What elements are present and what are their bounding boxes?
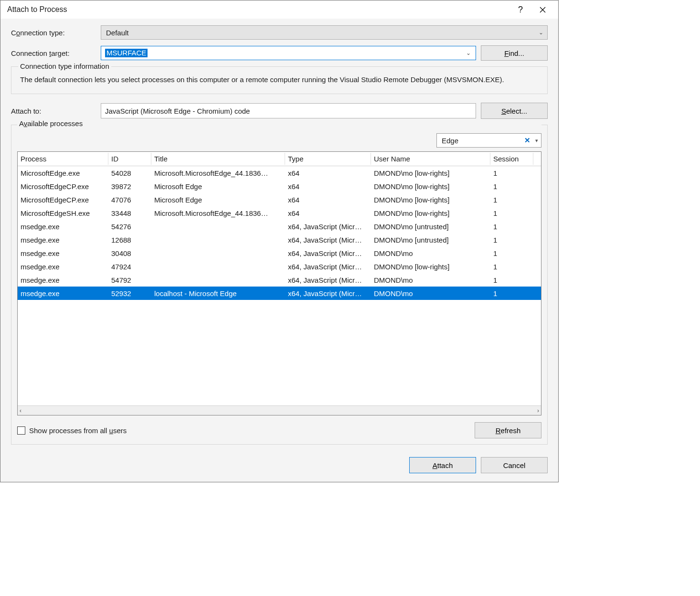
titlebar: Attach to Process ?: [0, 0, 558, 19]
dialog-content: Connection type: Default ⌄ Connection ta…: [0, 19, 558, 482]
cancel-button[interactable]: Cancel: [481, 457, 548, 473]
table-row[interactable]: msedge.exe52932localhost - Microsoft Edg…: [18, 287, 541, 300]
connection-target-value: MSURFACE: [105, 49, 148, 57]
chevron-down-icon: ⌄: [539, 29, 543, 36]
scroll-left-icon[interactable]: ‹: [20, 407, 21, 414]
attach-to-label: Attach to:: [11, 107, 96, 115]
col-type[interactable]: Type: [285, 153, 371, 165]
col-session[interactable]: Session: [490, 153, 533, 165]
connection-type-label: Connection type:: [11, 29, 96, 37]
attach-button[interactable]: Attach: [409, 457, 476, 473]
checkbox-box-icon: [17, 426, 25, 435]
select-button[interactable]: Select...: [481, 103, 548, 119]
attach-to-field: JavaScript (Microsoft Edge - Chromium) c…: [101, 103, 476, 118]
connection-info-legend: Connection type information: [18, 62, 111, 70]
col-user[interactable]: User Name: [371, 153, 490, 165]
dialog-title: Attach to Process: [7, 5, 509, 14]
find-button[interactable]: Find...: [481, 45, 548, 61]
connection-type-value: Default: [106, 29, 129, 37]
help-button[interactable]: ?: [509, 2, 531, 17]
horizontal-scrollbar[interactable]: ‹ ›: [18, 405, 541, 415]
table-row[interactable]: MicrosoftEdgeSH.exe33448Microsoft.Micros…: [18, 206, 541, 220]
table-row[interactable]: msedge.exe12688x64, JavaScript (Micr…DMO…: [18, 233, 541, 246]
close-icon: [540, 7, 546, 13]
table-row[interactable]: msedge.exe54276x64, JavaScript (Micr…DMO…: [18, 220, 541, 233]
table-row[interactable]: MicrosoftEdgeCP.exe47076Microsoft Edgex6…: [18, 193, 541, 206]
show-all-users-checkbox[interactable]: Show processes from all users: [17, 426, 127, 435]
table-row[interactable]: msedge.exe30408x64, JavaScript (Micr…DMO…: [18, 246, 541, 260]
table-body: MicrosoftEdge.exe54028Microsoft.Microsof…: [18, 166, 541, 405]
attach-to-value: JavaScript (Microsoft Edge - Chromium) c…: [105, 107, 250, 115]
col-id[interactable]: ID: [108, 153, 151, 165]
process-table[interactable]: Process ID Title Type User Name Session …: [17, 151, 541, 415]
chevron-down-icon: ⌄: [466, 50, 473, 56]
col-process[interactable]: Process: [18, 153, 108, 165]
available-processes-group: Available processes Edge ✕ ▾ Process ID …: [11, 125, 548, 445]
refresh-button[interactable]: Refresh: [475, 422, 541, 438]
connection-target-combo[interactable]: MSURFACE ⌄: [101, 46, 476, 60]
scroll-right-icon[interactable]: ›: [537, 407, 539, 414]
clear-filter-icon[interactable]: ✕: [524, 136, 530, 145]
close-button[interactable]: [531, 2, 553, 17]
connection-info-text: The default connection lets you select p…: [18, 74, 541, 85]
filter-value: Edge: [442, 137, 521, 145]
table-row[interactable]: MicrosoftEdgeCP.exe39872Microsoft Edgex6…: [18, 180, 541, 193]
table-row[interactable]: msedge.exe47924x64, JavaScript (Micr…DMO…: [18, 260, 541, 273]
chevron-down-icon[interactable]: ▾: [533, 138, 538, 144]
connection-info-group: Connection type information The default …: [11, 66, 548, 94]
table-header[interactable]: Process ID Title Type User Name Session: [18, 152, 541, 166]
connection-target-label: Connection target:: [11, 49, 96, 57]
process-filter-input[interactable]: Edge ✕ ▾: [436, 133, 541, 148]
table-row[interactable]: msedge.exe54792x64, JavaScript (Micr…DMO…: [18, 273, 541, 287]
col-title[interactable]: Title: [151, 153, 285, 165]
table-row[interactable]: MicrosoftEdge.exe54028Microsoft.Microsof…: [18, 166, 541, 180]
connection-type-combo[interactable]: Default ⌄: [101, 25, 548, 40]
